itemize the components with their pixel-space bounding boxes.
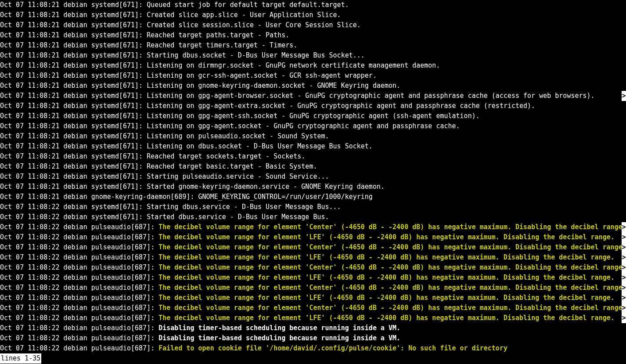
log-prefix: Oct 07 11:08:21 debian systemd[671]: [0, 162, 147, 170]
log-prefix: Oct 07 11:08:21 debian systemd[671]: [0, 142, 147, 150]
log-prefix: Oct 07 11:08:22 debian systemd[671]: [0, 203, 147, 211]
log-line: Oct 07 11:08:21 debian systemd[671]: Lis… [0, 71, 626, 81]
overflow-indicator-icon: > [622, 222, 626, 232]
log-line: Oct 07 11:08:22 debian pulseaudio[687]: … [0, 232, 626, 242]
log-prefix: Oct 07 11:08:21 debian systemd[671]: [0, 1, 147, 9]
log-message: The decibel volume range for element 'Ce… [158, 243, 626, 251]
log-prefix: Oct 07 11:08:21 debian systemd[671]: [0, 72, 147, 79]
log-prefix: Oct 07 11:08:22 debian pulseaudio[687]: [0, 253, 158, 261]
log-line: Oct 07 11:08:21 debian systemd[671]: Sta… [0, 182, 626, 192]
log-prefix: Oct 07 11:08:21 debian systemd[671]: [0, 112, 147, 120]
log-prefix: Oct 07 11:08:21 debian systemd[671]: [0, 183, 147, 191]
log-message: Listening on gpg-agent-browser.socket - … [147, 92, 594, 100]
log-prefix: Oct 07 11:08:22 debian pulseaudio[687]: [0, 344, 158, 352]
log-line: Oct 07 11:08:21 debian systemd[671]: Rea… [0, 40, 626, 50]
log-line: Oct 07 11:08:22 debian pulseaudio[687]: … [0, 323, 626, 333]
log-line: Oct 07 11:08:22 debian pulseaudio[687]: … [0, 313, 626, 323]
log-line: Oct 07 11:08:21 debian systemd[671]: Cre… [0, 10, 626, 20]
log-prefix: Oct 07 11:08:21 debian systemd[671]: [0, 61, 147, 69]
overflow-indicator-icon: > [622, 303, 626, 313]
log-line: Oct 07 11:08:21 debian systemd[671]: Lis… [0, 61, 626, 71]
overflow-indicator-icon: > [622, 242, 626, 252]
log-prefix: Oct 07 11:08:22 debian pulseaudio[687]: [0, 243, 158, 251]
log-prefix: Oct 07 11:08:22 debian pulseaudio[687]: [0, 334, 158, 342]
log-message: The decibel volume range for element 'LF… [158, 233, 615, 241]
log-message: The decibel volume range for element 'LF… [158, 274, 615, 281]
log-prefix: Oct 07 11:08:22 debian pulseaudio[687]: [0, 274, 158, 281]
log-prefix: Oct 07 11:08:21 debian gnome-keyring-dae… [0, 193, 198, 201]
log-prefix: Oct 07 11:08:22 debian pulseaudio[687]: [0, 233, 158, 241]
overflow-indicator-icon: > [622, 313, 626, 323]
log-line: Oct 07 11:08:22 debian pulseaudio[687]: … [0, 263, 626, 273]
log-line: Oct 07 11:08:21 debian gnome-keyring-dae… [0, 192, 626, 202]
log-message: The decibel volume range for element 'LF… [158, 294, 615, 302]
log-line: Oct 07 11:08:22 debian pulseaudio[687]: … [0, 252, 626, 263]
log-line: Oct 07 11:08:22 debian pulseaudio[687]: … [0, 222, 626, 232]
overflow-indicator-icon: > [622, 273, 626, 283]
overflow-indicator-icon: > [622, 293, 626, 303]
log-message: Created slice session.slice - User Core … [147, 21, 361, 29]
log-prefix: Oct 07 11:08:21 debian systemd[671]: [0, 122, 147, 130]
log-line: Oct 07 11:08:21 debian systemd[671]: Lis… [0, 141, 626, 151]
log-message: Listening on gpg-agent.socket - GnuPG cr… [147, 122, 460, 130]
log-message: Started dbus.service - D-Bus User Messag… [147, 213, 329, 221]
log-prefix: Oct 07 11:08:21 debian systemd[671]: [0, 21, 147, 29]
log-message: GNOME_KEYRING_CONTROL=/run/user/1000/key… [198, 193, 373, 201]
log-line: Oct 07 11:08:21 debian systemd[671]: Lis… [0, 131, 626, 141]
log-message: Created slice app.slice - User Applicati… [147, 11, 341, 19]
overflow-indicator-icon: > [622, 252, 626, 263]
log-message: Listening on gnome-keyring-daemon.socket… [147, 82, 400, 90]
log-line: Oct 07 11:08:21 debian systemd[671]: Sta… [0, 50, 626, 61]
pager-status-line[interactable]: lines 1-35 [0, 353, 626, 364]
log-message: Listening on gpg-agent-ssh.socket - GnuP… [147, 112, 480, 120]
log-line: Oct 07 11:08:21 debian systemd[671]: Que… [0, 0, 626, 10]
log-line: Oct 07 11:08:21 debian systemd[671]: Lis… [0, 111, 626, 121]
log-prefix: Oct 07 11:08:22 debian systemd[671]: [0, 213, 147, 221]
log-message: The decibel volume range for element 'Ce… [158, 223, 626, 231]
log-message: Queued start job for default target defa… [147, 1, 349, 9]
log-message: Listening on pulseaudio.socket - Sound S… [147, 132, 329, 140]
log-line: Oct 07 11:08:22 debian systemd[671]: Sta… [0, 202, 626, 212]
log-message: Starting pulseaudio.service - Sound Serv… [147, 173, 329, 180]
log-prefix: Oct 07 11:08:22 debian pulseaudio[687]: [0, 314, 158, 322]
log-message: Reached target sockets.target - Sockets. [147, 152, 305, 160]
log-prefix: Oct 07 11:08:21 debian systemd[671]: [0, 152, 147, 160]
log-line: Oct 07 11:08:22 debian pulseaudio[687]: … [0, 273, 626, 283]
log-message: The decibel volume range for element 'Ce… [158, 284, 626, 292]
log-message: The decibel volume range for element 'LF… [158, 253, 615, 261]
log-message: The decibel volume range for element 'Ce… [158, 304, 626, 312]
log-message: Reached target timers.target - Timers. [147, 41, 297, 49]
log-message: Listening on gcr-ssh-agent.socket - GCR … [147, 72, 377, 79]
log-message: Starting dbus.service - D-Bus User Messa… [147, 203, 341, 211]
log-message: Listening on gpg-agent-extra.socket - Gn… [147, 102, 535, 110]
log-message: Disabling timer-based scheduling because… [158, 324, 400, 332]
overflow-indicator-icon: > [622, 232, 626, 242]
log-message: Listening on dirmngr.socket - GnuPG netw… [147, 61, 440, 69]
log-message: The decibel volume range for element 'LF… [158, 314, 615, 322]
log-message: Reached target paths.target - Paths. [147, 31, 289, 39]
log-message: The decibel volume range for element 'Ce… [158, 263, 626, 271]
log-message: Reached target basic.target - Basic Syst… [147, 162, 317, 170]
log-line: Oct 07 11:08:22 debian pulseaudio[687]: … [0, 303, 626, 313]
log-line: Oct 07 11:08:21 debian systemd[671]: Rea… [0, 162, 626, 172]
log-prefix: Oct 07 11:08:21 debian systemd[671]: [0, 11, 147, 19]
log-message: Started gnome-keyring-daemon.service - G… [147, 183, 385, 191]
log-prefix: Oct 07 11:08:21 debian systemd[671]: [0, 92, 147, 100]
log-prefix: Oct 07 11:08:22 debian pulseaudio[687]: [0, 294, 158, 302]
log-line: Oct 07 11:08:21 debian systemd[671]: Sta… [0, 172, 626, 182]
log-prefix: Oct 07 11:08:22 debian pulseaudio[687]: [0, 284, 158, 292]
log-line: Oct 07 11:08:21 debian systemd[671]: Lis… [0, 101, 626, 111]
log-prefix: Oct 07 11:08:22 debian pulseaudio[687]: [0, 223, 158, 231]
log-line: Oct 07 11:08:21 debian systemd[671]: Lis… [0, 91, 626, 101]
log-line: Oct 07 11:08:22 debian pulseaudio[687]: … [0, 293, 626, 303]
log-prefix: Oct 07 11:08:21 debian systemd[671]: [0, 173, 147, 180]
log-prefix: Oct 07 11:08:22 debian pulseaudio[687]: [0, 304, 158, 312]
terminal-output[interactable]: Oct 07 11:08:21 debian systemd[671]: Que… [0, 0, 626, 364]
log-line: Oct 07 11:08:22 debian pulseaudio[687]: … [0, 242, 626, 252]
log-prefix: Oct 07 11:08:22 debian pulseaudio[687]: [0, 324, 158, 332]
log-prefix: Oct 07 11:08:21 debian systemd[671]: [0, 82, 147, 90]
log-prefix: Oct 07 11:08:21 debian systemd[671]: [0, 132, 147, 140]
log-prefix: Oct 07 11:08:21 debian systemd[671]: [0, 41, 147, 49]
log-prefix: Oct 07 11:08:21 debian systemd[671]: [0, 102, 147, 110]
log-line: Oct 07 11:08:21 debian systemd[671]: Rea… [0, 30, 626, 40]
